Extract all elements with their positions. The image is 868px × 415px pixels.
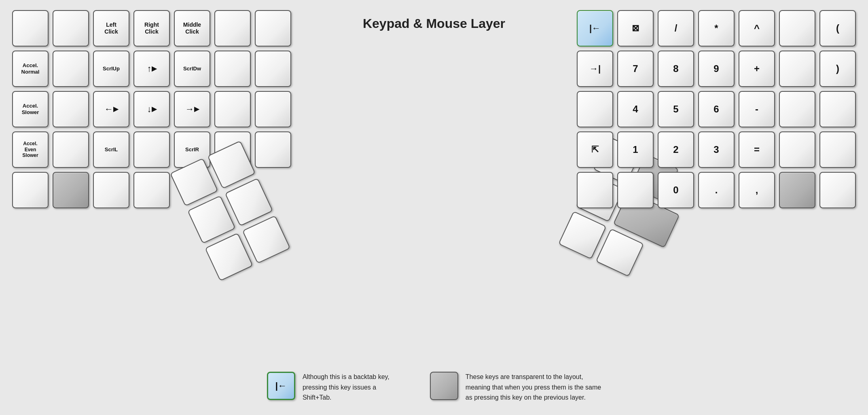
key-left-r2-c6[interactable] bbox=[255, 91, 291, 127]
key-left-r4-c3[interactable] bbox=[133, 172, 170, 208]
key-right-r4-c3[interactable]: . bbox=[698, 172, 735, 208]
key-left-r0-c1[interactable] bbox=[53, 10, 89, 47]
key-right-r2-c6[interactable] bbox=[819, 91, 856, 127]
key-right-r0-c6[interactable]: ( bbox=[819, 10, 856, 47]
key-right-r1-c2[interactable]: 8 bbox=[658, 51, 694, 87]
key-left-r1-c5[interactable] bbox=[214, 51, 251, 87]
key-right-r0-c3[interactable]: * bbox=[698, 10, 735, 47]
key-right-r3-c1[interactable]: 1 bbox=[617, 131, 654, 168]
key-left-r0-c4[interactable]: MiddleClick bbox=[174, 10, 210, 47]
legend-blue: |← Although this is a backtab key,pressi… bbox=[267, 372, 390, 403]
key-left-r1-c4[interactable]: ScrlDw bbox=[174, 51, 210, 87]
key-left-r3-c2[interactable]: ScrlL bbox=[93, 131, 129, 168]
key-right-r3-c0[interactable]: ⇱ bbox=[577, 131, 613, 168]
key-left-r3-c6[interactable] bbox=[255, 131, 291, 168]
key-left-r1-c0[interactable]: Accel.Normal bbox=[12, 51, 49, 87]
key-left-r1-c1[interactable] bbox=[53, 51, 89, 87]
key-right-r1-c5[interactable] bbox=[779, 51, 815, 87]
key-left-r3-c1[interactable] bbox=[53, 131, 89, 168]
key-left-r1-c2[interactable]: ScrlUp bbox=[93, 51, 129, 87]
key-left-r0-c2[interactable]: LeftClick bbox=[93, 10, 129, 47]
key-right-r0-c5[interactable] bbox=[779, 10, 815, 47]
legend-gray-key bbox=[430, 372, 458, 400]
key-right-r1-c4[interactable]: + bbox=[739, 51, 775, 87]
key-right-r1-c0[interactable]: →| bbox=[577, 51, 613, 87]
main-container: Keypad & Mouse Layer LeftClick RightClic… bbox=[0, 0, 868, 415]
key-left-r0-c5[interactable] bbox=[214, 10, 251, 47]
key-right-r0-c0[interactable]: |← bbox=[577, 10, 613, 47]
key-left-r0-c3[interactable]: RightClick bbox=[133, 10, 170, 47]
key-left-r2-c2[interactable]: ←▶ bbox=[93, 91, 129, 127]
key-left-r2-c0[interactable]: Accel.Slower bbox=[12, 91, 49, 127]
legend-gray: These keys are transparent to the layout… bbox=[430, 372, 601, 403]
key-left-r2-c4[interactable]: →▶ bbox=[174, 91, 210, 127]
key-left-r2-c1[interactable] bbox=[53, 91, 89, 127]
key-left-r1-c6[interactable] bbox=[255, 51, 291, 87]
key-right-r4-c2[interactable]: 0 bbox=[658, 172, 694, 208]
key-right-r3-c3[interactable]: 3 bbox=[698, 131, 735, 168]
legend-area: |← Although this is a backtab key,pressi… bbox=[0, 372, 868, 403]
key-right-r3-c2[interactable]: 2 bbox=[658, 131, 694, 168]
key-right-r0-c2[interactable]: / bbox=[658, 10, 694, 47]
key-left-r1-c3[interactable]: ↑▶ bbox=[133, 51, 170, 87]
page-title: Keypad & Mouse Layer bbox=[363, 16, 505, 31]
key-right-r2-c5[interactable] bbox=[779, 91, 815, 127]
key-left-r0-c6[interactable] bbox=[255, 10, 291, 47]
key-right-r0-c1[interactable]: ⊠ bbox=[617, 10, 654, 47]
key-left-r3-c3[interactable] bbox=[133, 131, 170, 168]
key-right-r4-c4[interactable]: , bbox=[739, 172, 775, 208]
key-right-r3-c4[interactable]: = bbox=[739, 131, 775, 168]
legend-gray-text: These keys are transparent to the layout… bbox=[466, 372, 601, 403]
key-right-r2-c2[interactable]: 5 bbox=[658, 91, 694, 127]
key-left-r2-c5[interactable] bbox=[214, 91, 251, 127]
key-right-r2-c3[interactable]: 6 bbox=[698, 91, 735, 127]
key-right-r1-c6[interactable]: ) bbox=[819, 51, 856, 87]
key-left-r4-c0[interactable] bbox=[12, 172, 49, 208]
key-left-r4-c1[interactable] bbox=[53, 172, 89, 208]
key-right-r2-c4[interactable]: - bbox=[739, 91, 775, 127]
key-right-r2-c0[interactable] bbox=[577, 91, 613, 127]
key-right-r3-c5[interactable] bbox=[779, 131, 815, 168]
key-right-r1-c1[interactable]: 7 bbox=[617, 51, 654, 87]
key-right-r0-c4[interactable]: ^ bbox=[739, 10, 775, 47]
key-right-r4-c0[interactable] bbox=[577, 172, 613, 208]
key-right-r4-c6[interactable] bbox=[819, 172, 856, 208]
key-right-r2-c1[interactable]: 4 bbox=[617, 91, 654, 127]
key-left-r4-c2[interactable] bbox=[93, 172, 129, 208]
key-right-r3-c6[interactable] bbox=[819, 131, 856, 168]
key-left-r2-c3[interactable]: ↓▶ bbox=[133, 91, 170, 127]
key-left-r3-c0[interactable]: Accel.EvenSlower bbox=[12, 131, 49, 168]
key-right-r1-c3[interactable]: 9 bbox=[698, 51, 735, 87]
key-right-r4-c1[interactable] bbox=[617, 172, 654, 208]
key-left-r0-c0[interactable] bbox=[12, 10, 49, 47]
key-right-r4-c5[interactable] bbox=[779, 172, 815, 208]
legend-blue-key: |← bbox=[267, 372, 295, 400]
legend-blue-text: Although this is a backtab key,pressing … bbox=[303, 372, 390, 403]
